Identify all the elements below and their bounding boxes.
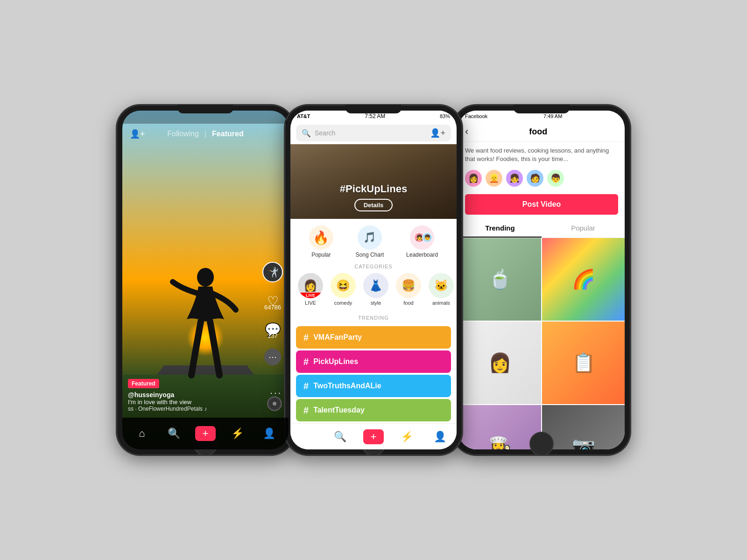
svg-point-0 <box>197 268 214 287</box>
song-chart-label: Song Chart <box>356 252 384 258</box>
categories-section: CATEGORIES 👩 LIVE LIVE 😆 comedy <box>290 262 457 309</box>
add-friend-icon[interactable]: 👤+ <box>430 128 445 138</box>
phone-1-speaker <box>177 105 233 113</box>
category-food[interactable]: 🍔 food <box>396 273 421 306</box>
live-avatar: 👩 LIVE <box>298 273 323 298</box>
music-info: ss · OneFlowerHundredPetals ♪ <box>128 406 256 412</box>
video-grid: 🍵 🌈 👩 📋 👩‍🍳 📷 🥗 💙 <box>458 238 625 449</box>
trending-tag-1: VMAFanParty <box>313 333 362 342</box>
phone-3-content: Facebook 7:49 AM ‹ food We want food rev… <box>458 111 625 449</box>
phone-3: Facebook 7:49 AM ‹ food We want food rev… <box>453 105 630 455</box>
popular-label: Popular <box>311 252 331 258</box>
post-video-button[interactable]: Post Video <box>465 194 618 215</box>
phone-1-nav: 👤+ Following | Featured <box>122 124 289 144</box>
p3-time: 7:49 AM <box>543 113 562 119</box>
trending-item-pickup[interactable]: # PickUpLines <box>296 350 451 373</box>
p2-create-nav[interactable]: + <box>363 429 384 444</box>
create-nav-item[interactable]: + <box>195 426 216 441</box>
add-user-icon[interactable]: 👤+ <box>130 129 145 139</box>
leaderboard-icon: 👧 👦 <box>410 225 434 250</box>
food-description: We want food reviews, cooking lessons, a… <box>458 142 625 167</box>
search-bar[interactable]: 🔍 Search 👤+ <box>296 125 451 141</box>
video-thumb-2[interactable]: 🌈 <box>542 238 625 321</box>
food-avatar-1[interactable]: 👩 <box>465 170 482 187</box>
caption: I'm in love with the view <box>128 399 256 406</box>
video-thumb-5[interactable]: 👩‍🍳 <box>458 405 541 449</box>
trending-tag-3: TwoTruthsAndALie <box>313 382 381 390</box>
username[interactable]: @husseinyoga <box>128 391 256 399</box>
trending-tab[interactable]: Trending <box>458 219 542 238</box>
food-tabs: Trending Popular <box>458 219 625 238</box>
p2-search-nav[interactable]: 🔍 <box>330 427 351 447</box>
battery-label: 83% <box>440 113 450 119</box>
details-button[interactable]: Details <box>354 199 393 211</box>
tab-following[interactable]: Following <box>167 130 199 138</box>
video-info: Featured @husseinyoga I'm in love with t… <box>128 379 256 412</box>
phone-2-speaker <box>345 105 402 113</box>
comedy-label: comedy <box>334 300 352 306</box>
trending-tag-4: TalentTuesday <box>313 406 365 414</box>
activity-nav-item[interactable]: ⚡ <box>227 423 247 444</box>
food-avatar: 🍔 <box>396 273 421 298</box>
hash-icon-2: # <box>303 357 309 367</box>
leaderboard-link[interactable]: 👧 👦 Leaderboard <box>406 225 438 258</box>
p2-profile-nav[interactable]: 👤 <box>430 427 450 447</box>
featured-badge: Featured <box>128 379 159 388</box>
phone-2-bottom-nav: ⌂ 🔍 + ⚡ 👤 <box>290 423 457 449</box>
hero-hashtag: #PickUpLines <box>340 183 407 195</box>
trending-item-twotruths[interactable]: # TwoTruthsAndALie <box>296 375 451 397</box>
food-avatar-2[interactable]: 👱 <box>486 170 502 187</box>
categories-scroll: 👩 LIVE LIVE 😆 comedy 👗 style <box>290 273 457 306</box>
time-label: 7:52 AM <box>365 113 385 119</box>
share-icon[interactable]: ⋯ <box>264 349 281 365</box>
like-count: 64786 <box>263 304 282 311</box>
person-silhouette <box>168 263 243 396</box>
video-thumb-1[interactable]: 🍵 <box>458 238 541 321</box>
style-avatar: 👗 <box>363 273 388 298</box>
phone-1-actions: 🤺 ♡ 64786 💬 237 ⋯ <box>262 262 283 365</box>
song-chart-link[interactable]: 🎵 Song Chart <box>356 225 384 258</box>
popular-link[interactable]: 🔥 Popular <box>309 225 333 258</box>
category-animals[interactable]: 🐱 animals <box>429 273 454 306</box>
food-avatar-4[interactable]: 🧑 <box>527 170 543 187</box>
trending-item-vma[interactable]: # VMAFanParty <box>296 326 451 349</box>
video-thumb-6[interactable]: 📷 <box>542 405 625 449</box>
category-live[interactable]: 👩 LIVE LIVE <box>298 273 323 306</box>
p2-home-nav[interactable]: ⌂ <box>297 427 317 447</box>
quick-links: 🔥 Popular 🎵 Song Chart 👧 👦 <box>290 219 457 262</box>
home-nav-item[interactable]: ⌂ <box>132 423 152 444</box>
phone-3-home-button[interactable] <box>529 432 554 456</box>
phone-3-screen: Facebook 7:49 AM ‹ food We want food rev… <box>458 111 625 449</box>
category-comedy[interactable]: 😆 comedy <box>331 273 356 306</box>
search-nav-item[interactable]: 🔍 <box>163 423 184 444</box>
profile-nav-item[interactable]: 👤 <box>259 423 279 444</box>
food-avatar-5[interactable]: 👦 <box>547 170 564 187</box>
trending-section: TRENDING # VMAFanParty # PickUpLines # T… <box>290 309 457 427</box>
video-thumb-3[interactable]: 👩 <box>458 322 541 404</box>
hash-icon-4: # <box>303 405 309 416</box>
animals-label: animals <box>432 300 450 306</box>
category-style[interactable]: 👗 style <box>363 273 388 306</box>
trending-tag-2: PickUpLines <box>313 357 358 366</box>
popular-tab[interactable]: Popular <box>542 219 625 238</box>
leaderboard-label: Leaderboard <box>406 252 438 258</box>
p2-activity-nav[interactable]: ⚡ <box>396 427 417 447</box>
trending-label: TRENDING <box>290 313 457 324</box>
tab-featured[interactable]: Featured <box>212 130 244 138</box>
trending-item-talent[interactable]: # TalentTuesday <box>296 399 451 421</box>
video-thumb-4[interactable]: 📋 <box>542 322 625 404</box>
page-title: food <box>529 127 547 137</box>
creator-avatar[interactable]: 🤺 <box>262 262 283 282</box>
categories-label: CATEGORIES <box>290 262 457 273</box>
food-header: ‹ food <box>458 122 625 142</box>
music-disc <box>267 396 282 411</box>
food-avatar-3[interactable]: 👧 <box>506 170 523 187</box>
phone-1: 👤+ Following | Featured 🤺 ♡ 64786 <box>117 105 294 455</box>
hero-banner: #PickUpLines Details <box>290 144 457 219</box>
phone-1-content: 👤+ Following | Featured 🤺 ♡ 64786 <box>122 111 289 449</box>
phones-container: 👤+ Following | Featured 🤺 ♡ 64786 <box>117 105 630 455</box>
song-chart-icon: 🎵 <box>358 225 382 250</box>
p3-carrier: Facebook <box>465 113 487 119</box>
back-button[interactable]: ‹ <box>465 126 468 138</box>
food-label: food <box>403 300 413 306</box>
